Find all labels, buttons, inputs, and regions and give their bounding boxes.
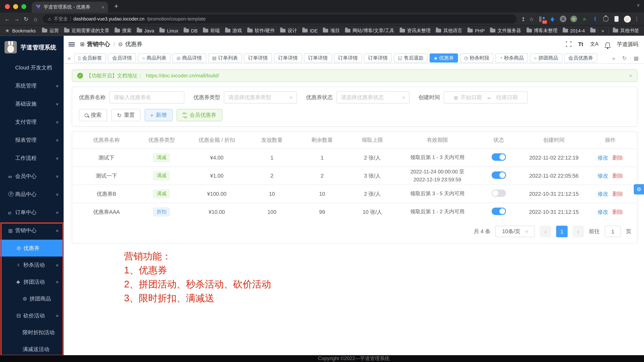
bookmark-item[interactable]: 博客未整理 [526, 28, 557, 34]
app-logo[interactable]: 芋道管理系统 [0, 36, 64, 59]
extensions-puzzle-icon[interactable] [602, 15, 610, 23]
collapse-menu-icon[interactable] [68, 42, 75, 46]
sidebar-item[interactable]: 基础设施 ∨ [0, 95, 64, 113]
tab-search-icon[interactable]: ∨ [636, 3, 640, 8]
page-tab[interactable]: ◈ 优惠券 [430, 54, 458, 63]
sidebar-item[interactable]: ⊙ 优惠券 [0, 240, 64, 256]
member-coupon-button[interactable]: 会员优惠券 [176, 109, 222, 121]
bookmark-item[interactable]: 文件服务器 [490, 28, 521, 34]
bookmark-item[interactable]: 搜索 [115, 28, 132, 34]
bookmark-item[interactable]: 软件/硬件 [247, 28, 275, 34]
share-icon[interactable]: ↥ [519, 16, 527, 22]
extension-chevrons-icon[interactable]: ∨∨ [592, 15, 599, 23]
minimize-window-button[interactable] [13, 4, 18, 9]
current-page-button[interactable]: 1 [556, 226, 568, 237]
language-icon[interactable]: 文A [590, 41, 598, 48]
sidebar-item[interactable]: Cloud 开发文档 [0, 59, 64, 77]
other-bookmarks[interactable]: 其他书签 [613, 28, 639, 34]
home-icon[interactable]: ⌂ [31, 16, 40, 22]
bookmark-item[interactable]: 项目 [323, 28, 340, 34]
bookmark-item[interactable]: Linux [160, 28, 178, 34]
page-tab[interactable]: ▤ 订单列表 [208, 54, 242, 63]
sidebar-item[interactable]: ⊟ 砍价活动 ∨ [0, 307, 64, 324]
edit-link[interactable]: 修改 [598, 154, 608, 161]
profile-avatar[interactable] [624, 15, 631, 23]
bookmark-item[interactable]: DB [184, 28, 198, 34]
sidebar-item[interactable]: ⊚ 拼团商品 [0, 290, 64, 307]
extension-kite-icon[interactable] [549, 15, 556, 23]
extension-blocker-icon[interactable]: 12 [538, 15, 546, 23]
status-toggle[interactable] [492, 171, 506, 179]
alert-link[interactable]: https://doc.iocoder.cn/mall/build/ [146, 73, 219, 79]
tab-close-icon[interactable]: × [102, 4, 104, 10]
sidebar-item[interactable]: 限时折扣活动 [0, 324, 64, 341]
search-button[interactable]: 搜索 [79, 109, 107, 121]
prev-page-button[interactable]: ‹ [540, 226, 551, 237]
bookmark-item[interactable]: PHP [468, 28, 484, 34]
sidebar-item[interactable]: ♣ 拼团活动 ∧ [0, 273, 64, 290]
extension-star-icon[interactable] [581, 15, 588, 23]
reload-icon[interactable]: ↻ [21, 16, 31, 22]
new-tab-button[interactable]: + [114, 2, 118, 11]
user-name[interactable]: 芋道源码 [617, 41, 638, 48]
page-tab[interactable]: ◷ 秒杀时段 [460, 54, 494, 63]
sidebar-item[interactable]: ℮ 订单中心 ∨ [0, 203, 64, 221]
extension-recorder-icon[interactable] [570, 15, 578, 23]
coupon-name-input[interactable]: 请输入优惠券名 [109, 91, 184, 104]
page-tab[interactable]: ◱ 售后退款 [394, 54, 428, 63]
bookmark-item[interactable]: 资讯未整理 [400, 28, 430, 34]
page-tab[interactable]: 订单详情 [244, 54, 272, 63]
bookmark-item[interactable]: 近期需要读的文章 [64, 28, 110, 34]
sidebar-item[interactable]: 支付管理 ∨ [0, 113, 64, 131]
bookmark-item[interactable]: 前端 [203, 28, 220, 34]
bookmark-item[interactable]: IDE [302, 28, 318, 34]
page-tab[interactable]: ▯ 会员标签 [74, 54, 106, 63]
forward-icon[interactable]: → [12, 16, 22, 22]
bookmark-star-icon[interactable]: ☆ [527, 16, 536, 22]
alert-close-icon[interactable]: × [629, 73, 632, 79]
goto-page-input[interactable]: 1 [605, 226, 621, 237]
tabs-scroll-right-icon[interactable]: » [609, 55, 618, 61]
bookmark-item[interactable]: 2014-4 [563, 28, 585, 34]
delete-link[interactable]: 删除 [612, 208, 623, 216]
page-tab[interactable]: 订单详情 [334, 54, 362, 63]
refresh-tab-icon[interactable]: ↻ [618, 55, 630, 61]
page-tab[interactable]: 订单详情 [274, 54, 302, 63]
edit-link[interactable]: 修改 [598, 172, 608, 180]
page-tab[interactable]: ○ 拼团商品 [530, 54, 562, 63]
sidebar-item[interactable]: 系统管理 ∨ [0, 77, 64, 95]
sidebar-item[interactable]: 报表管理 ∨ [0, 131, 64, 149]
coupon-type-select[interactable]: 请选择优惠券类型 ∨ [224, 91, 297, 104]
bookmark-item[interactable]: 设计 [280, 28, 297, 34]
layout-grid-icon[interactable]: ▦ [630, 55, 642, 61]
browser-tab[interactable]: 芋道管理系统 - 优惠券 × [32, 2, 108, 13]
sidebar-item[interactable]: 工作流程 ∨ [0, 149, 64, 167]
edit-link[interactable]: 修改 [598, 208, 608, 216]
fullscreen-icon[interactable] [566, 42, 571, 47]
delete-link[interactable]: 删除 [612, 172, 623, 180]
browser-menu-icon[interactable]: ⋮ [634, 16, 639, 22]
delete-link[interactable]: 删除 [612, 190, 623, 198]
page-tab[interactable]: ○ 商品列表 [138, 54, 170, 63]
bookmark-item[interactable]: Java [137, 28, 154, 34]
bookmark-item[interactable]: 其他语言 [436, 28, 462, 34]
bookmark-item[interactable]: 网站/博客/文章/工具 [345, 28, 394, 34]
sidebar-item[interactable]: Ⓟ 商品中心 ∨ [0, 185, 64, 203]
bookmark-item[interactable]: 游戏 [225, 28, 242, 34]
bookmarks-overflow-icon[interactable]: » [602, 28, 604, 34]
bookmark-item[interactable]: 运营 [42, 28, 59, 34]
add-button[interactable]: + 新增 [144, 109, 172, 121]
tabs-scroll-left-icon[interactable]: « [68, 55, 71, 61]
status-toggle[interactable] [492, 190, 506, 197]
close-window-button[interactable] [5, 4, 10, 9]
status-toggle[interactable] [492, 208, 506, 215]
page-tab[interactable]: 订单详情 [364, 54, 392, 63]
reading-list-icon[interactable] [613, 15, 620, 23]
settings-gear-button[interactable]: ⚙ [634, 184, 644, 195]
sidebar-item[interactable]: ♀ 秒杀活动 ∨ [0, 257, 64, 273]
page-tab[interactable]: 会员优惠券 [564, 54, 597, 63]
date-range-picker[interactable]: ▦ 开始日期 – 结束日期 [444, 91, 528, 104]
breadcrumb-marketing[interactable]: 营销中心 [87, 41, 110, 48]
sidebar-item[interactable]: ⊞ 营销中心 ∧ [0, 221, 64, 240]
status-toggle[interactable] [492, 153, 506, 161]
